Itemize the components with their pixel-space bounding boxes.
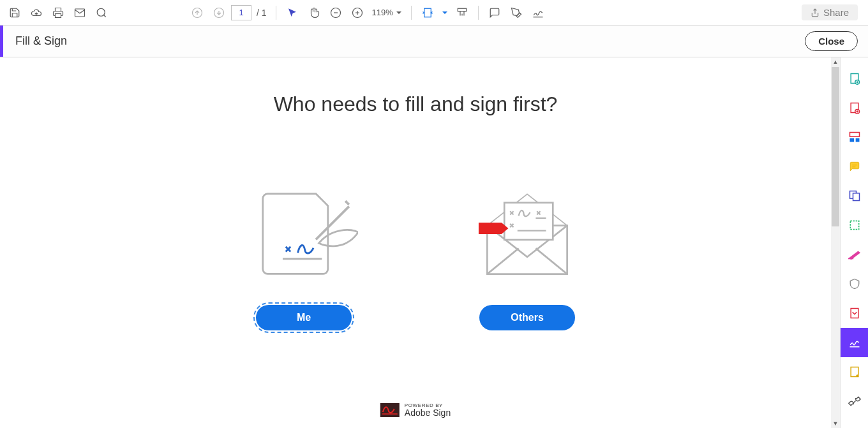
me-button[interactable]: Me (256, 305, 352, 330)
options-row: Me (250, 186, 581, 330)
highlight-icon[interactable] (507, 3, 526, 22)
separator-1 (276, 6, 276, 20)
read-mode-icon[interactable] (453, 3, 472, 22)
organize-pages-tool-icon[interactable] (841, 210, 869, 240)
export-pdf-tool-icon[interactable] (841, 93, 869, 122)
separator-3 (478, 6, 479, 20)
svg-rect-24 (850, 221, 858, 229)
accent-strip (0, 26, 3, 57)
vertical-scrollbar[interactable]: ▲ ▼ (831, 57, 840, 428)
illustration-me (250, 186, 358, 282)
main-wrap: Who needs to fill and sign first? (0, 57, 868, 428)
svg-rect-19 (849, 133, 859, 137)
combine-files-tool-icon[interactable] (841, 181, 869, 210)
create-pdf-tool-icon[interactable] (841, 64, 869, 93)
zoom-out-icon[interactable] (326, 3, 345, 22)
svg-point-2 (97, 8, 105, 16)
page-up-icon[interactable] (188, 3, 207, 22)
hand-tool-icon[interactable] (304, 3, 324, 22)
close-button[interactable]: Close (805, 31, 858, 51)
comment-tool-icon[interactable] (841, 152, 869, 181)
send-for-signature-tool-icon[interactable] (841, 357, 869, 387)
cloud-upload-icon[interactable] (27, 3, 46, 22)
edit-pdf-tool-icon[interactable] (841, 122, 869, 152)
zoom-value: 119% (372, 8, 393, 17)
fill-sign-title: Fill & Sign (15, 34, 67, 48)
selection-tool-icon[interactable] (283, 3, 302, 22)
more-tools-icon[interactable] (841, 387, 869, 416)
share-button[interactable]: Share (802, 4, 858, 20)
scroll-up-icon[interactable]: ▲ (831, 57, 840, 66)
svg-rect-0 (56, 13, 61, 17)
fit-width-chevron-icon[interactable] (440, 3, 450, 22)
sign-icon[interactable] (528, 3, 548, 22)
svg-rect-21 (855, 138, 859, 142)
svg-rect-1 (75, 9, 85, 17)
email-icon[interactable] (70, 3, 89, 22)
redact-tool-icon[interactable] (841, 240, 869, 269)
fill-sign-toolbar: Fill & Sign Close (0, 26, 868, 57)
option-others: Others (473, 186, 581, 330)
svg-rect-23 (853, 193, 859, 201)
zoom-select[interactable]: 119% (370, 8, 405, 17)
protect-tool-icon[interactable] (841, 269, 869, 299)
adobe-sign-logo (380, 403, 400, 417)
top-toolbar: / 1 119% Share (0, 0, 868, 26)
right-tools-sidebar (840, 57, 868, 428)
comment-icon[interactable] (485, 3, 504, 22)
fit-width-icon[interactable] (418, 3, 437, 22)
print-icon[interactable] (49, 3, 68, 22)
svg-rect-7 (424, 8, 431, 17)
powered-brand: Adobe Sign (405, 408, 451, 418)
separator-2 (411, 6, 412, 20)
others-button[interactable]: Others (479, 305, 575, 330)
svg-rect-26 (851, 309, 858, 318)
svg-rect-11 (504, 203, 553, 240)
svg-rect-8 (458, 8, 467, 11)
scroll-down-icon[interactable]: ▼ (831, 419, 840, 428)
illustration-others (473, 186, 581, 282)
fill-sign-tool-icon[interactable] (841, 328, 869, 357)
main-content: Who needs to fill and sign first? (0, 57, 831, 428)
svg-rect-20 (849, 138, 854, 142)
powered-by-adobe-sign: POWERED BY Adobe Sign (380, 403, 451, 418)
page-number-input[interactable] (231, 5, 251, 20)
headline: Who needs to fill and sign first? (274, 92, 558, 116)
page-total-label: / 1 (254, 8, 269, 18)
find-icon[interactable] (92, 3, 111, 22)
option-me: Me (250, 186, 358, 330)
save-icon[interactable] (5, 3, 24, 22)
share-label: Share (823, 7, 849, 18)
compress-tool-icon[interactable] (841, 299, 869, 328)
zoom-in-icon[interactable] (348, 3, 367, 22)
page-down-icon[interactable] (209, 3, 228, 22)
